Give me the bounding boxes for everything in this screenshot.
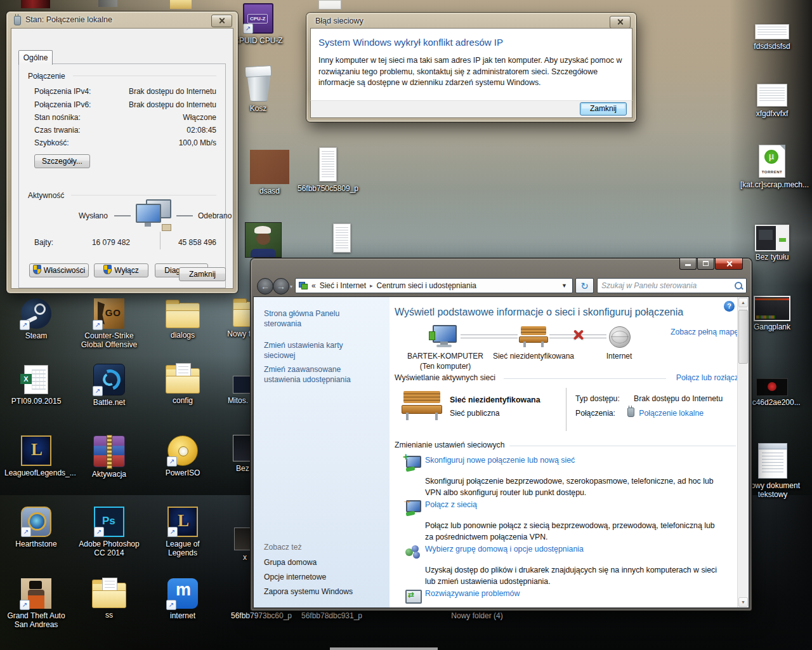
desktop-icon-aktywacja[interactable]: Aktywacja: [77, 435, 141, 479]
tab-ogolne[interactable]: Ogólne: [18, 50, 53, 65]
league-of-legends-icon: [21, 435, 51, 466]
breadcrumb-collapse[interactable]: «: [311, 281, 316, 290]
properties-button[interactable]: Właściwości: [29, 263, 89, 277]
desktop-icon-config[interactable]: config: [151, 364, 214, 405]
icon-label: 56fbb750c5809_p: [296, 184, 360, 193]
disable-button[interactable]: Wyłącz: [94, 263, 148, 277]
breadcrumb-item-network[interactable]: Sieć i Internet: [320, 281, 366, 290]
computer-icon: [430, 325, 458, 349]
desktop-icon-fdsdsdsfsd[interactable]: fdsdsdsfsd: [740, 13, 804, 51]
window-title: Stan: Połączenie lokalne: [25, 15, 112, 24]
icon-label: dialogs: [151, 331, 214, 340]
local-connection-link[interactable]: Połączenie lokalne: [639, 409, 704, 418]
error-heading: System Windows wykrył konflikt adresów I…: [318, 37, 503, 48]
recent-pages-dropdown[interactable]: ▾: [290, 284, 292, 289]
scroll-down-button[interactable]: ▼: [738, 597, 748, 607]
desktop-icon-xfgdfxvfxf[interactable]: xfgdfxvfxf: [740, 79, 804, 118]
window-content: Strona główna Panelu sterowania Zmień us…: [253, 296, 749, 608]
section-divider: [504, 378, 666, 379]
close-button[interactable]: [610, 16, 631, 29]
close-icon: [218, 17, 225, 24]
task-link-troubleshoot[interactable]: Rozwiązywanie problemów: [425, 589, 520, 598]
search-box[interactable]: [597, 278, 747, 293]
bytes-received-value: 45 858 496: [178, 238, 216, 247]
task-link-new-connection[interactable]: Skonfiguruj nowe połączenie lub nową sie…: [425, 456, 575, 465]
scrollbar[interactable]: ▲ ▼: [737, 297, 749, 607]
group-divider: [71, 195, 216, 196]
sidebar-item-homegroup[interactable]: Grupa domowa: [264, 557, 373, 567]
search-input[interactable]: [598, 281, 733, 290]
connect-disconnect-link[interactable]: Połącz lub rozłącz: [676, 373, 738, 382]
chevron-down-icon[interactable]: ▼: [560, 282, 569, 289]
page-title: Wyświetl podstawowe informacje o sieci i…: [395, 307, 683, 318]
desktop-icon-csgo[interactable]: ↗ Counter-Strike Global Offensive: [77, 298, 141, 350]
screenshot-thumbnail-icon: [754, 296, 790, 321]
sidebar-item-internet-options[interactable]: Opcje internetowe: [264, 572, 373, 582]
icon-label: config: [151, 396, 214, 405]
steam-icon: ↗: [21, 298, 51, 329]
desktop-icon-ss[interactable]: ss: [77, 578, 141, 620]
minimize-button[interactable]: [679, 258, 697, 270]
sidebar-item-control-panel-home[interactable]: Strona główna Panelu sterowania: [264, 308, 373, 329]
desktop-icon-battlenet[interactable]: ↗ Battle.net: [77, 364, 141, 407]
help-icon[interactable]: ?: [724, 301, 735, 312]
refresh-button[interactable]: ↻: [575, 278, 594, 293]
task-link-connect[interactable]: Połącz z siecią: [425, 500, 477, 509]
network-bench-icon: [521, 326, 546, 347]
close-dialog-button[interactable]: Zamknij: [179, 267, 226, 281]
desktop-icon-doc1[interactable]: 56fbb750c5809_p: [296, 147, 360, 193]
cpuz-icon: ↗: [243, 3, 273, 34]
desktop-icon-dialogs[interactable]: dialogs: [151, 298, 214, 340]
task-link-homegroup[interactable]: Wybierz grupę domową i opcje udostępnian…: [425, 545, 584, 554]
desktop-icon-photoshop[interactable]: ↗ Adobe Photoshop CC 2014: [77, 507, 141, 558]
search-icon[interactable]: [733, 281, 743, 291]
bytes-sent-value: 16 079 482: [92, 238, 130, 247]
desktop-icon-lol[interactable]: ↗ League of Legends: [151, 507, 214, 558]
tab-page: Połączenie Połączenia IPv4: Brak dostępu…: [18, 63, 226, 288]
desktop-icon-dsasd[interactable]: dsasd: [238, 150, 301, 196]
sidebar-item-advanced-sharing[interactable]: Zmień zaawansowane ustawienia udostępnia…: [264, 364, 373, 385]
shortcut-arrow-icon: ↗: [93, 386, 103, 396]
desktop-icon-lol-file[interactable]: LeagueofLegends_...: [4, 435, 68, 477]
map-internet-label: Internet: [587, 352, 651, 362]
desktop-icon-doc2[interactable]: [310, 223, 374, 253]
icon-label: Adobe Photoshop CC 2014: [77, 540, 141, 558]
icon-label[interactable]: Nowy folder (4): [439, 611, 515, 620]
desktop-icon-hearthstone[interactable]: ↗ Hearthstone: [4, 507, 68, 548]
maximize-icon: [703, 261, 709, 266]
close-button[interactable]: [211, 15, 232, 27]
shortcut-arrow-icon: ↗: [94, 527, 104, 537]
back-button[interactable]: ←: [257, 278, 273, 295]
cut-off-icon: [318, 0, 341, 10]
desktop-icon-poweriso[interactable]: ↗ PowerISO: [151, 435, 214, 477]
icon-label[interactable]: 56fbb78dbc931_p: [294, 611, 370, 620]
window-title: Błąd sieciowy: [315, 17, 363, 25]
new-connection-icon: +: [405, 454, 421, 471]
breadcrumb[interactable]: « Sieć i Internet ▸ Centrum sieci i udos…: [295, 278, 573, 293]
desktop-icon-gta[interactable]: ↗ Grand Theft Auto San Andreas: [4, 578, 68, 630]
desktop-icon-torrent[interactable]: TORRENT [kat.cr]scrap.mech...: [740, 145, 804, 189]
sidebar-item-adapter-settings[interactable]: Zmień ustawienia karty sieciowej: [264, 340, 373, 361]
breadcrumb-item-sharing-center[interactable]: Centrum sieci i udostępniania: [377, 281, 476, 290]
close-error-button[interactable]: Zamknij: [580, 102, 627, 116]
row-label: Połączenia IPv4:: [34, 87, 91, 96]
maximize-button[interactable]: [697, 258, 714, 270]
desktop-icon-steam[interactable]: ↗ Steam: [4, 298, 68, 340]
full-map-link[interactable]: Zobacz pełną mapę: [671, 328, 738, 336]
row-value: Włączone: [183, 113, 216, 122]
forward-button[interactable]: →: [273, 278, 289, 295]
desktop-icon-bez-tytulu[interactable]: Bez tytułu: [740, 221, 804, 262]
scrollbar-thumb[interactable]: [738, 310, 748, 364]
close-window-button[interactable]: [715, 258, 743, 270]
icon-label[interactable]: 56fbb7973bc60_p: [223, 611, 299, 620]
scroll-up-button[interactable]: ▲: [738, 298, 748, 307]
sidebar-item-windows-firewall[interactable]: Zapora systemu Windows: [264, 587, 373, 597]
desktop-icon-internet[interactable]: ↗ internet: [151, 578, 214, 620]
icon-label: dsasd: [238, 187, 301, 196]
sidebar: Strona główna Panelu sterowania Zmień us…: [254, 297, 390, 607]
shortcut-arrow-icon: ↗: [166, 600, 176, 610]
connection-row[interactable]: Połączenie lokalne: [627, 408, 704, 418]
icon-label: fdsdsdsfsd: [740, 42, 804, 51]
details-button[interactable]: Szczegóły...: [34, 154, 90, 168]
desktop-icon-pti[interactable]: PTI09.09.2015: [4, 364, 68, 406]
